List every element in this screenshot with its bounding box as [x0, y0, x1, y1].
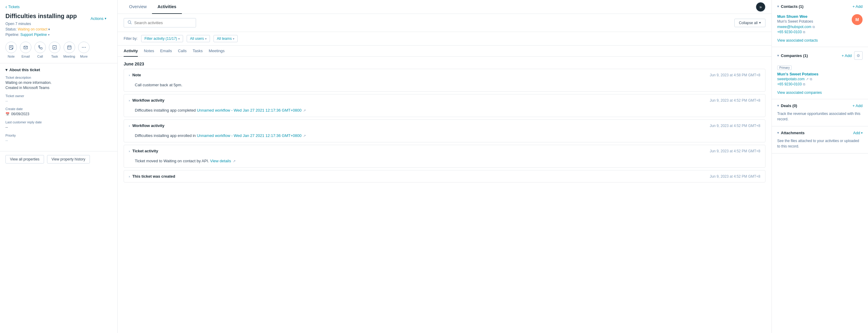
contacts-section-title[interactable]: ▾ Contacts (1): [777, 4, 803, 9]
activities-area: Collapse all Filter by: Filter activity …: [118, 14, 772, 333]
note-action[interactable]: Note: [5, 42, 17, 58]
header-row: Difficulties installing app Open 7 minut…: [5, 12, 112, 37]
list-item: › Ticket activity Jun 9, 2023 at 4:52 PM…: [124, 145, 766, 168]
filter-activity-chip[interactable]: Filter activity (11/17) ▾: [141, 35, 183, 42]
activity-ticket2-header[interactable]: › This ticket was created Jun 9, 2023 at…: [124, 171, 765, 182]
activity-ticket1-body: Ticket moved to Waiting on contact by AP…: [124, 157, 765, 168]
contacts-chevron-icon: ▾: [777, 4, 779, 8]
search-input[interactable]: [134, 21, 192, 25]
svg-point-10: [85, 47, 86, 48]
email-action[interactable]: Email: [20, 42, 31, 58]
status-value[interactable]: Waiting on contact: [18, 27, 48, 31]
company-phone-copy-icon[interactable]: ⧉: [803, 82, 805, 86]
company-name[interactable]: Mun's Sweet Potatoes: [777, 72, 863, 76]
activity-tab-tasks[interactable]: Tasks: [193, 46, 203, 57]
companies-add-button[interactable]: + Add: [841, 53, 852, 58]
filter-users-chevron: ▾: [205, 37, 207, 40]
attachments-section: ▾ Attachments Add See the files attached…: [772, 126, 868, 154]
about-section-title[interactable]: ▾ About this ticket: [5, 67, 112, 72]
activity-ticket1-header[interactable]: › Ticket activity Jun 9, 2023 at 4:52 PM…: [124, 145, 765, 157]
task-label: Task: [51, 55, 58, 58]
activity-tab-calls[interactable]: Calls: [178, 46, 187, 57]
company-website[interactable]: sweetpotato.com ↗ ⧉: [777, 77, 863, 81]
task-action[interactable]: Task: [49, 42, 60, 58]
activity-workflow2-header[interactable]: › Workflow activity Jun 9, 2023 at 4:52 …: [124, 120, 765, 131]
svg-point-11: [128, 21, 131, 24]
list-item: › Note Jun 9, 2023 at 4:58 PM GMT+8 Call…: [124, 69, 766, 92]
more-action[interactable]: More: [78, 42, 90, 58]
svg-point-9: [84, 47, 84, 48]
deals-section-header: ▾ Deals (0) + Add: [777, 103, 863, 108]
company-phone[interactable]: +65 9230-0103 ⧉: [777, 82, 863, 86]
email-copy-icon[interactable]: ⧉: [812, 25, 815, 29]
activity-workflow1-header[interactable]: › Workflow activity Jun 9, 2023 at 4:52 …: [124, 94, 765, 106]
more-icon: [78, 42, 90, 53]
contact-name[interactable]: Mun Shuen Wee: [777, 14, 815, 19]
deals-add-button[interactable]: + Add: [852, 103, 863, 108]
attachments-add-button[interactable]: Add: [853, 131, 863, 135]
activity-note-header[interactable]: › Note Jun 9, 2023 at 4:58 PM GMT+8: [124, 69, 765, 81]
pipeline-dropdown-icon[interactable]: ▾: [48, 33, 50, 36]
filter-teams-chip[interactable]: All teams ▾: [214, 35, 238, 42]
companies-gear-button[interactable]: ⚙: [854, 51, 863, 60]
main-content: Overview Activities » Collapse all Filte…: [118, 0, 772, 333]
status-label: Status:: [5, 27, 17, 31]
activity-workflow2-title: › Workflow activity: [129, 123, 164, 128]
collapse-all-button[interactable]: Collapse all: [734, 19, 766, 27]
companies-section-header: ▾ Companies (1) + Add ⚙: [777, 51, 863, 60]
back-link[interactable]: Tickets: [5, 4, 112, 10]
contact-info: Mun Shuen Wee Mun's Sweet Potatoes mwee@…: [777, 14, 815, 34]
pipeline-label: Pipeline:: [5, 33, 19, 37]
activity-tab-notes[interactable]: Notes: [144, 46, 154, 57]
contact-phone[interactable]: +65 9230-0103 ⧉: [777, 30, 815, 34]
activity-tab-emails[interactable]: Emails: [160, 46, 172, 57]
meeting-icon: [64, 42, 75, 53]
avatar: M: [852, 14, 863, 25]
field-owner: Ticket owner --: [5, 94, 112, 104]
actions-button[interactable]: Actions: [91, 16, 106, 21]
action-icons-bar: Note Email Call Task Meeting: [0, 37, 117, 63]
search-box[interactable]: [124, 18, 196, 27]
filter-users-chip[interactable]: All users ▾: [187, 35, 210, 42]
workflow2-link[interactable]: Unnamed workflow - Wed Jan 27 2021 12:17…: [197, 133, 302, 138]
attachments-section-title[interactable]: ▾ Attachments: [777, 131, 805, 135]
view-associated-companies-link[interactable]: View associated companies: [777, 90, 863, 95]
companies-section-title[interactable]: ▾ Companies (1): [777, 53, 808, 58]
right-panel: ▾ Contacts (1) + Add Mun Shuen Wee Mun's…: [772, 0, 868, 333]
left-panel: Tickets Difficulties installing app Open…: [0, 0, 118, 333]
view-associated-contacts-link[interactable]: View associated contacts: [777, 38, 863, 42]
ticket1-view-details-link[interactable]: View details: [210, 159, 231, 163]
activity-note-chevron-icon: ›: [129, 73, 130, 77]
expand-button[interactable]: »: [756, 2, 766, 12]
activity-tab-meetings[interactable]: Meetings: [209, 46, 225, 57]
meeting-action[interactable]: Meeting: [63, 42, 75, 58]
tab-activities[interactable]: Activities: [152, 0, 182, 14]
status-dropdown-icon[interactable]: ▾: [48, 27, 50, 31]
task-icon: [49, 42, 60, 53]
filter-bar: Filter by: Filter activity (11/17) ▾ All…: [118, 32, 772, 46]
activity-workflow1-chevron-icon: ›: [129, 99, 130, 102]
call-label: Call: [37, 55, 43, 58]
activity-list: June 2023 › Note Jun 9, 2023 at 4:58 PM …: [118, 57, 772, 182]
deals-section-title[interactable]: ▾ Deals (0): [777, 103, 797, 108]
contacts-add-button[interactable]: + Add: [852, 4, 863, 9]
phone-copy-icon[interactable]: ⧉: [803, 30, 805, 34]
activity-tab-activity[interactable]: Activity: [124, 46, 138, 57]
activity-ticket1-chevron-icon: ›: [129, 149, 130, 153]
view-property-history-button[interactable]: View property history: [47, 155, 90, 163]
deals-section: ▾ Deals (0) + Add Track the revenue oppo…: [772, 99, 868, 126]
list-item: › Workflow activity Jun 9, 2023 at 4:52 …: [124, 119, 766, 142]
field-priority: Priority --: [5, 133, 112, 143]
workflow1-link[interactable]: Unnamed workflow - Wed Jan 27 2021 12:17…: [197, 108, 302, 113]
activity-workflow2-body: Difficulties installing app enrolled in …: [124, 131, 765, 142]
website-copy-icon[interactable]: ⧉: [810, 77, 812, 81]
pipeline-value[interactable]: Support Pipeline: [20, 33, 47, 37]
meeting-label: Meeting: [63, 55, 75, 58]
call-action[interactable]: Call: [34, 42, 46, 58]
tab-overview[interactable]: Overview: [124, 0, 152, 14]
view-all-properties-button[interactable]: View all properties: [5, 155, 44, 163]
search-icon: [128, 20, 132, 25]
field-description: Ticket description Waiting on more infor…: [5, 76, 112, 90]
contact-email[interactable]: mwee@hubspot.com ⧉: [777, 25, 815, 29]
activity-note-title: › Note: [129, 73, 141, 77]
